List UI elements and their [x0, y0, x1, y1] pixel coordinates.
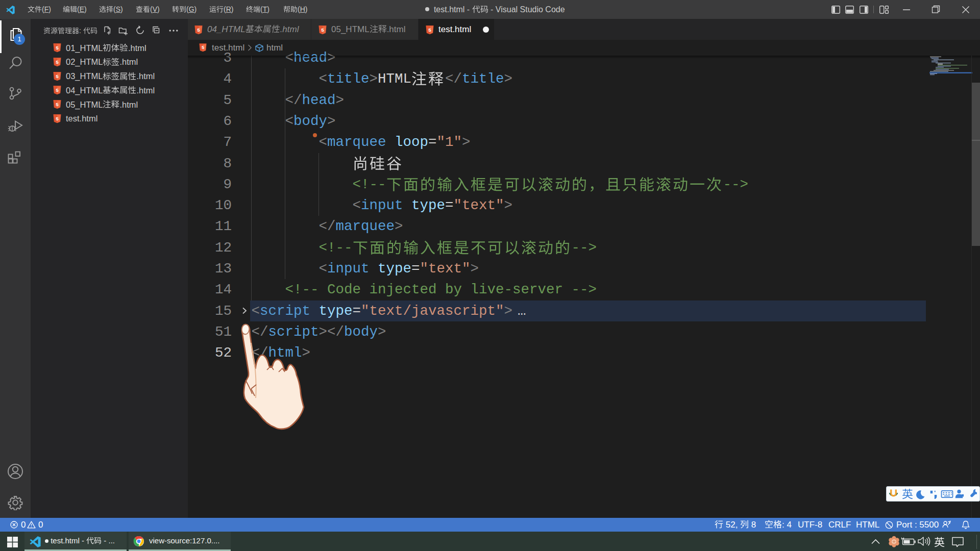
svg-text:5: 5 [56, 102, 59, 107]
svg-text:5: 5 [56, 59, 59, 65]
svg-text:5: 5 [428, 27, 431, 33]
svg-text:5: 5 [56, 116, 59, 121]
svg-text:5: 5 [197, 27, 200, 33]
svg-text:5: 5 [321, 27, 324, 33]
svg-text:5: 5 [56, 73, 59, 79]
svg-text:5: 5 [56, 88, 59, 93]
svg-text:5: 5 [56, 45, 59, 51]
